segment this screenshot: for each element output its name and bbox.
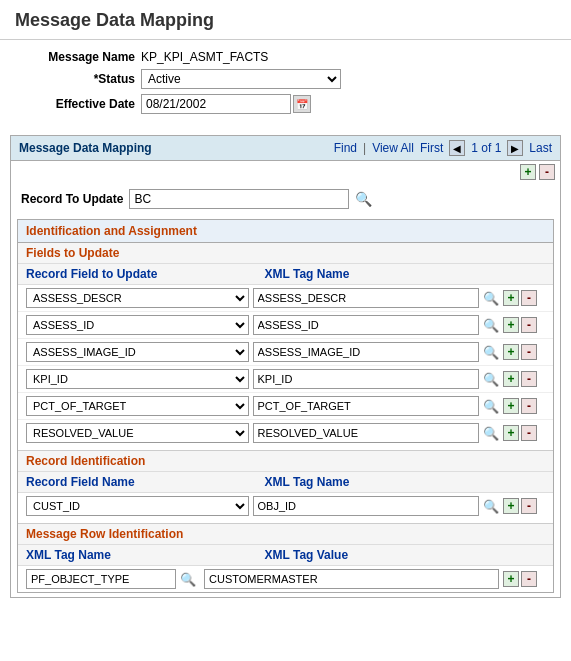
xml-input-2[interactable] bbox=[253, 315, 480, 335]
field-select-2[interactable]: ASSESS_ID bbox=[26, 315, 249, 335]
msg-row-col-headers: XML Tag Name XML Tag Value bbox=[18, 545, 553, 566]
fields-row: PCT_OF_TARGET 🔍 + - bbox=[18, 393, 553, 420]
field-select-5[interactable]: PCT_OF_TARGET bbox=[26, 396, 249, 416]
row-actions-2: + - bbox=[503, 317, 545, 333]
mapping-header: Message Data Mapping Find | View All Fir… bbox=[11, 136, 560, 161]
row-actions-4: + - bbox=[503, 371, 545, 387]
xml-col-header: XML Tag Name bbox=[265, 267, 504, 281]
record-id-col-headers: Record Field Name XML Tag Name bbox=[18, 472, 553, 493]
fields-row: ASSESS_DESCR 🔍 + - bbox=[18, 285, 553, 312]
row-remove-4[interactable]: - bbox=[521, 371, 537, 387]
pf-tag-input[interactable] bbox=[26, 569, 176, 589]
fields-row: KPI_ID 🔍 + - bbox=[18, 366, 553, 393]
pf-tag-search[interactable]: 🔍 bbox=[180, 572, 196, 587]
fields-row: ASSESS_IMAGE_ID 🔍 + - bbox=[18, 339, 553, 366]
row-remove-3[interactable]: - bbox=[521, 344, 537, 360]
effective-date-row: Effective Date 📅 bbox=[15, 94, 556, 114]
message-name-label: Message Name bbox=[15, 50, 135, 64]
top-add-button[interactable]: + bbox=[520, 164, 536, 180]
fields-to-update-header: Fields to Update bbox=[18, 243, 553, 264]
next-page-button[interactable]: ▶ bbox=[507, 140, 523, 156]
pf-value-input[interactable] bbox=[204, 569, 499, 589]
msg-row-actions: + - bbox=[503, 571, 545, 587]
msg-add-1[interactable]: + bbox=[503, 571, 519, 587]
top-remove-button[interactable]: - bbox=[539, 164, 555, 180]
fields-to-update: Fields to Update Record Field to Update … bbox=[18, 243, 553, 446]
calendar-button[interactable]: 📅 bbox=[293, 95, 311, 113]
rec-xml-col-header: XML Tag Name bbox=[265, 475, 504, 489]
record-to-update-row: Record To Update 🔍 bbox=[11, 183, 560, 215]
row-add-4[interactable]: + bbox=[503, 371, 519, 387]
row-add-1[interactable]: + bbox=[503, 290, 519, 306]
xml-input-3[interactable] bbox=[253, 342, 480, 362]
row-add-5[interactable]: + bbox=[503, 398, 519, 414]
date-container: 📅 bbox=[141, 94, 311, 114]
row-add-6[interactable]: + bbox=[503, 425, 519, 441]
view-all-link[interactable]: View All bbox=[372, 141, 414, 155]
xml-search-1[interactable]: 🔍 bbox=[483, 291, 499, 306]
status-select[interactable]: Active Inactive bbox=[141, 69, 341, 89]
row-actions-6: + - bbox=[503, 425, 545, 441]
rec-field-select-1[interactable]: CUST_ID bbox=[26, 496, 249, 516]
rec-field-col-header: Record Field Name bbox=[26, 475, 265, 489]
effective-date-input[interactable] bbox=[141, 94, 291, 114]
xml-input-6[interactable] bbox=[253, 423, 480, 443]
record-to-update-label: Record To Update bbox=[21, 192, 123, 206]
find-link[interactable]: Find bbox=[334, 141, 357, 155]
xml-search-5[interactable]: 🔍 bbox=[483, 399, 499, 414]
field-select-4[interactable]: KPI_ID bbox=[26, 369, 249, 389]
last-label: Last bbox=[529, 141, 552, 155]
row-actions-3: + - bbox=[503, 344, 545, 360]
mapping-section-title: Message Data Mapping bbox=[19, 141, 152, 155]
msg-remove-1[interactable]: - bbox=[521, 571, 537, 587]
msg-value-col-header: XML Tag Value bbox=[265, 548, 504, 562]
field-col-header: Record Field to Update bbox=[26, 267, 265, 281]
msg-row-data: 🔍 + - bbox=[18, 566, 553, 592]
row-remove-5[interactable]: - bbox=[521, 398, 537, 414]
rec-row-actions-1: + - bbox=[503, 498, 545, 514]
fields-col-headers: Record Field to Update XML Tag Name bbox=[18, 264, 553, 285]
row-add-2[interactable]: + bbox=[503, 317, 519, 333]
row-remove-6[interactable]: - bbox=[521, 425, 537, 441]
rec-xml-input-1[interactable] bbox=[253, 496, 480, 516]
form-area: Message Name KP_KPI_ASMT_FACTS *Status A… bbox=[0, 40, 571, 129]
message-name-row: Message Name KP_KPI_ASMT_FACTS bbox=[15, 50, 556, 64]
message-row-identification: Message Row Identification XML Tag Name … bbox=[18, 523, 553, 592]
field-select-3[interactable]: ASSESS_IMAGE_ID bbox=[26, 342, 249, 362]
field-select-6[interactable]: RESOLVED_VALUE bbox=[26, 423, 249, 443]
page-title: Message Data Mapping bbox=[0, 0, 571, 40]
effective-date-label: Effective Date bbox=[15, 97, 135, 111]
xml-input-4[interactable] bbox=[253, 369, 480, 389]
rec-add-1[interactable]: + bbox=[503, 498, 519, 514]
row-remove-2[interactable]: - bbox=[521, 317, 537, 333]
xml-search-4[interactable]: 🔍 bbox=[483, 372, 499, 387]
identification-section: Identification and Assignment Fields to … bbox=[17, 219, 554, 593]
rec-xml-search-1[interactable]: 🔍 bbox=[483, 499, 499, 514]
record-to-update-input[interactable] bbox=[129, 189, 349, 209]
msg-row-header: Message Row Identification bbox=[18, 524, 553, 545]
xml-search-6[interactable]: 🔍 bbox=[483, 426, 499, 441]
top-add-remove: + - bbox=[11, 161, 560, 183]
field-select-1[interactable]: ASSESS_DESCR bbox=[26, 288, 249, 308]
message-name-value: KP_KPI_ASMT_FACTS bbox=[141, 50, 268, 64]
xml-search-3[interactable]: 🔍 bbox=[483, 345, 499, 360]
status-row: *Status Active Inactive bbox=[15, 69, 556, 89]
record-search-icon[interactable]: 🔍 bbox=[355, 191, 372, 207]
prev-page-button[interactable]: ◀ bbox=[449, 140, 465, 156]
mapping-outer: Message Data Mapping Find | View All Fir… bbox=[10, 135, 561, 598]
msg-tag-col-header: XML Tag Name bbox=[26, 548, 265, 562]
row-add-3[interactable]: + bbox=[503, 344, 519, 360]
record-identification: Record Identification Record Field Name … bbox=[18, 450, 553, 519]
xml-search-2[interactable]: 🔍 bbox=[483, 318, 499, 333]
fields-row: ASSESS_ID 🔍 + - bbox=[18, 312, 553, 339]
xml-input-5[interactable] bbox=[253, 396, 480, 416]
row-remove-1[interactable]: - bbox=[521, 290, 537, 306]
first-label: First bbox=[420, 141, 443, 155]
identification-header: Identification and Assignment bbox=[18, 220, 553, 243]
page-info: 1 of 1 bbox=[471, 141, 501, 155]
status-label: *Status bbox=[15, 72, 135, 86]
rec-remove-1[interactable]: - bbox=[521, 498, 537, 514]
xml-input-1[interactable] bbox=[253, 288, 480, 308]
fields-row: RESOLVED_VALUE 🔍 + - bbox=[18, 420, 553, 446]
mapping-header-controls: Find | View All First ◀ 1 of 1 ▶ Last bbox=[334, 140, 552, 156]
